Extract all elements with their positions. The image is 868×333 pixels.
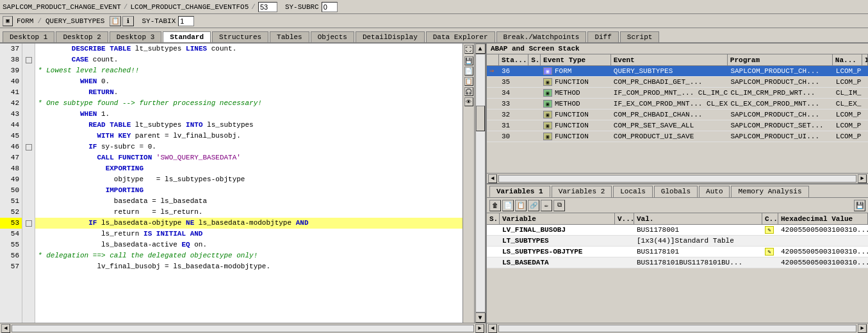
bp-cell-38[interactable]: [22, 54, 35, 65]
tab-desktop1[interactable]: Desktop 1: [3, 31, 54, 42]
vars-scroll-left[interactable]: ◄: [488, 324, 497, 333]
tab-structures[interactable]: Structures: [212, 31, 268, 42]
scroll-thumb[interactable]: [476, 106, 485, 131]
bp-cell-42[interactable]: [22, 98, 35, 109]
watch-icon[interactable]: 👁: [464, 97, 473, 106]
tab-standard[interactable]: Standard: [163, 31, 211, 42]
editor-scrollbar[interactable]: ▲ ▼: [474, 44, 486, 323]
bp-cell-56[interactable]: [22, 250, 35, 261]
save-editor-icon[interactable]: 💾: [464, 56, 473, 65]
tab-tables[interactable]: Tables: [270, 31, 309, 42]
tab-objects[interactable]: Objects: [311, 31, 354, 42]
maximize-icon[interactable]: ⛶: [464, 45, 473, 54]
vars-paste-btn[interactable]: 📋: [515, 200, 527, 211]
bp-cell-43[interactable]: [22, 109, 35, 120]
tab-breakwatchpoints[interactable]: Break./Watchpoints: [496, 31, 587, 42]
vars-edit-btn[interactable]: ✏: [541, 200, 552, 211]
stack-panel-title: ABAP and Screen Stack: [487, 44, 868, 54]
bp-cell-37[interactable]: [22, 44, 35, 54]
vars-save-btn[interactable]: 💾: [854, 200, 865, 211]
bp-cell-57[interactable]: [22, 261, 35, 272]
stack-hscroll-track[interactable]: [498, 175, 856, 183]
vars-hscrollbar[interactable]: ◄ ►: [487, 323, 868, 333]
edit-icon-2[interactable]: ✎: [765, 248, 774, 256]
stack-scroll-right[interactable]: ►: [858, 174, 867, 183]
code-line-43: WHEN 1.: [35, 109, 463, 120]
copy-icon[interactable]: 📄: [464, 67, 473, 76]
code-line-38: CASE count.: [35, 54, 463, 65]
bp-cell-44[interactable]: [22, 120, 35, 131]
h-scrollbar-editor[interactable]: ◄ ►: [0, 323, 486, 333]
code-line-52: return = ls_return.: [35, 207, 463, 218]
scroll-up-btn[interactable]: ▲: [475, 44, 486, 54]
stack-hscrollbar[interactable]: ◄ ►: [487, 173, 868, 183]
bp-cell-40[interactable]: [22, 76, 35, 87]
edit-icon-0[interactable]: ✎: [765, 226, 774, 234]
code-line-51: basedata = ls_basedata: [35, 196, 463, 207]
tab-desktop2[interactable]: Desktop 2: [56, 31, 108, 42]
vars-link-btn[interactable]: 🔗: [528, 200, 539, 211]
tab-dataexplorer[interactable]: Data Explorer: [426, 31, 495, 42]
stack-row-3[interactable]: 33 ▣METHOD IF_EX_COM_PROD_MNT... CL_EX_C…: [487, 99, 868, 110]
headphones-icon[interactable]: 🎧: [464, 87, 473, 96]
scroll-right-btn[interactable]: ►: [475, 324, 484, 333]
bp-cell-49[interactable]: [22, 174, 35, 185]
row-evtype-6: ▣FUNCTION: [541, 131, 611, 142]
tab-detaildisplay[interactable]: DetailDisplay: [356, 31, 425, 42]
vars-hscroll-track[interactable]: [498, 325, 856, 332]
tab-variables1[interactable]: Variables 1: [489, 186, 550, 197]
vars-scroll-right[interactable]: ►: [858, 324, 867, 333]
scroll-track[interactable]: [475, 54, 486, 313]
bp-cell-51[interactable]: [22, 196, 35, 207]
tab-locals[interactable]: Locals: [613, 186, 653, 197]
var-row-0[interactable]: LV_FINAL_BUSOBJ BUS1178001 ✎ 42005500500…: [487, 225, 868, 236]
bp-cell-52[interactable]: [22, 207, 35, 218]
var-row-3[interactable]: LS_BASEDATA BUS1178101BUS1178101BU... 42…: [487, 257, 868, 268]
vars-delete-btn[interactable]: 🗑: [489, 200, 501, 211]
tab-memory-analysis[interactable]: Memory Analysis: [731, 186, 808, 197]
scroll-down-btn[interactable]: ▼: [475, 313, 486, 323]
stack-table-header: Sta... S... Event Type Event Program Na.…: [487, 54, 868, 66]
var-row-2[interactable]: LS_SUBTYPES-OBJTYPE BUS1178101 ✎ 4200550…: [487, 247, 868, 257]
bp-cell-39[interactable]: [22, 65, 35, 76]
tab-variables2[interactable]: Variables 2: [552, 186, 612, 197]
var-row-1[interactable]: LT_SUBTYPES [1x3(44)]Standard Table: [487, 236, 868, 247]
toolbar-icon2: ℹ: [122, 16, 134, 26]
stack-scroll-left[interactable]: ◄: [488, 174, 497, 183]
paste-icon[interactable]: 📋: [464, 77, 473, 86]
tab-script[interactable]: Script: [620, 31, 660, 42]
bp-cell-45[interactable]: [22, 131, 35, 142]
h-scroll-track[interactable]: [12, 325, 474, 332]
row-na-3: CL_EX_...: [833, 99, 863, 110]
bp-cell-55[interactable]: [22, 240, 35, 250]
tab-diff[interactable]: Diff: [587, 31, 618, 42]
line-number-input[interactable]: [258, 2, 277, 12]
bp-cell-41[interactable]: [22, 87, 35, 98]
line-number-50: 50: [0, 185, 22, 196]
stack-row-5[interactable]: 31 ▣FUNCTION COM_PR_SET_SAVE_ALL SAPLCOM…: [487, 120, 868, 131]
bp-cell-48[interactable]: [22, 163, 35, 174]
row-prog-5: SAPLCOM_PRODUCT_SET...: [728, 120, 833, 131]
stack-row-4[interactable]: 32 ▣FUNCTION COM_PR_CHBADI_CHAN... SAPLC…: [487, 110, 868, 120]
bp-cell-54[interactable]: [22, 229, 35, 240]
tab-desktop3[interactable]: Desktop 3: [110, 31, 161, 42]
tab-auto[interactable]: Auto: [699, 186, 730, 197]
sy-subrc-value[interactable]: [322, 2, 338, 12]
bp-cell-53[interactable]: [22, 218, 35, 229]
vars-copy2-btn[interactable]: ⧉: [553, 200, 565, 211]
vars-copy-btn[interactable]: 📄: [502, 200, 514, 211]
scroll-left-btn[interactable]: ◄: [1, 324, 10, 333]
bp-cell-50[interactable]: [22, 185, 35, 196]
code-area[interactable]: DESCRIBE TABLE lt_subtypes LINES count. …: [35, 44, 463, 323]
main-content: 3738394041424344454647484950515253545556…: [0, 44, 868, 333]
stack-row-6[interactable]: 30 ▣FUNCTION COM_PRODUCT_UI_SAVE SAPLCOM…: [487, 131, 868, 142]
row-event-1: COM_PR_CHBADI_GET_...: [611, 77, 728, 88]
bp-cell-47[interactable]: [22, 152, 35, 163]
tab-globals[interactable]: Globals: [654, 186, 698, 197]
stack-row-1[interactable]: 35 ▣FUNCTION COM_PR_CHBADI_GET_... SAPLC…: [487, 77, 868, 88]
sy-tabix-value[interactable]: [178, 16, 194, 26]
stack-row-2[interactable]: 34 ▣METHOD IF_COM_PROD_MNT_... CL_IM_CRM…: [487, 88, 868, 99]
stack-row-0[interactable]: ⇒ 36 ▣FORM QUERY_SUBTYPES SAPLCOM_PRODUC…: [487, 66, 868, 77]
bp-cell-46[interactable]: [22, 142, 35, 152]
code-line-48: EXPORTING: [35, 163, 463, 174]
